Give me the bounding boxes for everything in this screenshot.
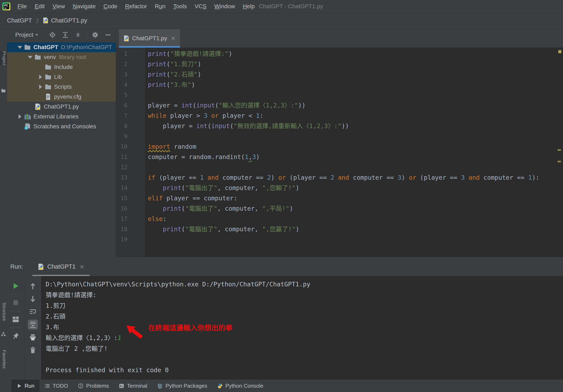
code-line-9 [148,131,563,142]
tree-item-scratches-and-consoles[interactable]: Scratches and Consoles [7,122,116,131]
code-area[interactable]: print("猜拳遊戲!請選擇:")print("1.剪刀")print("2.… [145,48,563,257]
menu-code[interactable]: Code [100,3,121,10]
menu-view[interactable]: View [49,3,69,10]
soft-wrap-icon[interactable] [29,308,37,316]
chevron-down-icon[interactable] [26,53,34,61]
code-line-5 [148,90,563,100]
chevron-down-icon[interactable] [16,43,24,51]
scroll-to-end-icon[interactable] [28,319,38,330]
annotation-text: 在終端這邊輸入你想出的拳 [148,322,232,332]
red-arrow [123,319,148,340]
restore-layout-icon[interactable] [12,316,19,323]
tree-item-pyvenv-cfg[interactable]: pyvenv.cfg [7,92,116,102]
line-number: 17 [116,214,145,224]
tab-label: ChatGPT1.py [132,35,167,42]
tree-item-label: External Libraries [33,113,78,120]
menu-refactor[interactable]: Refactor [121,3,151,10]
project-panel-title[interactable]: Project [15,32,33,38]
breadcrumb-project[interactable]: ChatGPT [7,17,32,24]
left-tool-stripe: Project Structure Favorites [0,28,7,380]
close-icon[interactable] [79,264,85,270]
code-line-16: print("電腦出了", computer, ",平局!") [148,203,563,214]
toolwindow-button-label: TODO [53,383,68,389]
tree-item-lib[interactable]: Lib [7,72,116,82]
menu-help[interactable]: Help [239,3,259,10]
collapse-all-icon[interactable] [75,32,81,38]
pin-icon[interactable] [12,332,19,340]
tree-item-label: Lib [54,74,62,80]
code-line-4: print("3.布") [148,80,563,90]
toolwindow-button-problems[interactable]: Problems [73,380,114,392]
close-icon[interactable] [170,36,176,41]
code-line-8: player = int(input("無效的選擇,請重新輸入〈1,2,3〉:"… [148,121,563,131]
folder-icon[interactable] [1,88,6,93]
warning-stripe-mark[interactable] [558,149,561,151]
menu-edit[interactable]: Edit [31,3,49,10]
play-icon [16,383,22,389]
editor-body[interactable]: 12345678910111213141516171819 print("猜拳遊… [116,48,563,257]
tree-item-label: ChatGPT [33,44,58,50]
hide-panel-icon[interactable] [105,32,111,38]
line-number: 5 [116,90,145,100]
stripe-project-button[interactable]: Project [0,51,7,65]
window-title: ChatGPT - ChatGPT1.py [259,0,323,13]
toolwindow-button-python-console[interactable]: Python Console [212,380,269,392]
chevron-right-icon[interactable] [16,112,24,121]
folder-icon [24,44,31,51]
line-number: 19 [116,234,145,245]
chevron-down-icon[interactable] [35,33,39,37]
chevron-right-icon[interactable] [36,83,45,91]
menu-navigate[interactable]: Navigate [69,3,100,10]
line-number: 3 [116,69,145,80]
tree-item-include[interactable]: Include [7,62,116,72]
toolwindow-button-todo[interactable]: TODO [39,380,73,392]
inspection-indicator[interactable] [558,50,561,53]
stripe-structure-button[interactable]: Structure [0,303,7,321]
menu-vcs[interactable]: VCS [191,3,211,10]
tree-item-chatgpt1-py[interactable]: ChatGPT1.py [7,102,116,112]
pycharm-logo-icon: PC [2,2,10,10]
tree-item-external-libraries[interactable]: External Libraries [7,112,116,122]
toolbar-separator [10,311,22,311]
breadcrumb-file[interactable]: ChatGPT1.py [51,17,87,24]
expand-all-icon[interactable] [62,32,69,38]
tree-item-suffix: D:\Python\ChatGPT [61,44,112,50]
toolwindow-button-terminal[interactable]: Terminal [114,380,152,392]
down-icon[interactable] [29,295,37,303]
stop-icon[interactable] [12,299,19,306]
folder-icon [45,74,51,80]
console-line-1: D:\Python\ChatGPT\venv\Scripts\python.ex… [46,279,563,290]
run-tab-chatgpt1[interactable]: ChatGPT1 [32,257,90,276]
print-icon[interactable] [29,334,37,341]
menu-file[interactable]: File [14,3,31,10]
tree-item-scripts[interactable]: Scripts [7,82,116,92]
locate-icon[interactable] [49,32,56,38]
run-console[interactable]: D:\Python\ChatGPT\venv\Scripts\python.ex… [41,276,563,380]
tree-item-chatgpt[interactable]: ChatGPTD:\Python\ChatGPT [7,42,116,52]
line-number: 11 [116,152,145,162]
menu-run[interactable]: Run [151,3,169,10]
stripe-favorites-button[interactable]: Favorites [0,350,7,368]
chevron-right-icon[interactable] [36,73,45,81]
structure-icon [1,332,6,336]
tool-window-bar: RunTODOProblemsTerminalPython PackagesPy… [0,380,563,392]
warning-stripe-mark[interactable] [558,161,561,162]
up-icon[interactable] [29,282,37,290]
rerun-icon[interactable] [12,282,19,290]
toolwindow-button-run[interactable]: Run [11,380,39,392]
toolwindow-button-python-packages[interactable]: Python Packages [152,380,212,392]
line-number: 2 [116,59,145,69]
menu-window[interactable]: Window [210,3,239,10]
console-line-6: 輸入您的選擇〈1,2,3〉:1 [46,332,563,343]
tree-item-venv[interactable]: venvlibrary root [7,52,116,62]
toolbar-separator [10,294,22,294]
menu-tools[interactable]: Tools [169,3,191,10]
clear-icon[interactable] [29,346,37,354]
tab-chatgpt1-py[interactable]: ChatGPT1.py [119,29,180,48]
settings-gear-icon[interactable] [92,32,99,38]
line-number: 13 [116,172,145,183]
toolwindow-button-label: Run [25,383,35,389]
toolwindow-button-label: Python Packages [165,383,207,389]
console-toolbar [24,276,41,380]
tree-indent [36,93,45,101]
